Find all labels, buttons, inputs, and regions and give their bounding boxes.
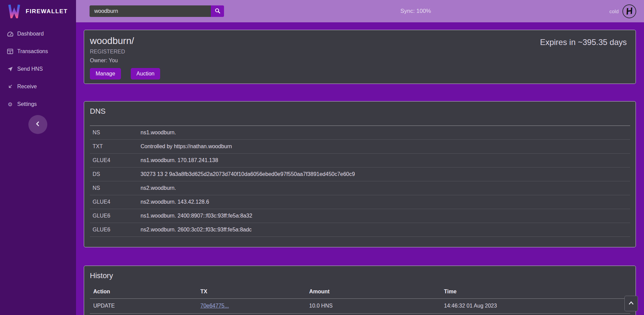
wallet-name: cold <box>609 8 619 14</box>
history-col-action: Action <box>90 285 197 298</box>
history-table: Action TX Amount Time UPDATE 70e64775...… <box>90 285 630 315</box>
transactions-table-icon <box>7 49 14 54</box>
history-amount: 10.0 HNS <box>306 313 441 315</box>
dns-record-value: ns2.woodburn. <box>141 181 630 195</box>
dns-card-title: DNS <box>90 107 630 116</box>
scroll-to-top-button[interactable] <box>624 296 638 311</box>
dashboard-gauge-icon <box>7 31 14 37</box>
dns-record-row: GLUE4 ns2.woodburn. 143.42.128.6 <box>90 195 630 209</box>
topbar: Sync: 100% cold H <box>76 0 644 22</box>
sidebar-item-send-hns[interactable]: Send HNS <box>0 60 76 78</box>
dns-table: NS ns1.woodburn. TXT Controlled by https… <box>90 126 630 237</box>
dns-record-row: GLUE6 ns2.woodburn. 2600:3c02::f03c:93ff… <box>90 223 630 237</box>
history-time: 15:47:36 07 Jul 2023 <box>441 313 630 315</box>
history-card-title: History <box>90 271 630 280</box>
sidebar-item-label: Send HNS <box>17 66 43 72</box>
dns-record-value: ns2.woodburn. 143.42.128.6 <box>141 195 630 209</box>
tx-link[interactable]: 70e64775... <box>200 303 229 309</box>
chevron-left-icon <box>34 120 41 129</box>
history-col-tx: TX <box>197 285 306 298</box>
search-button[interactable] <box>211 5 224 17</box>
domain-card: woodburn/ REGISTERED Owner: You Manage A… <box>84 30 636 84</box>
sidebar-item-settings[interactable]: ⚙ Settings <box>0 95 76 113</box>
dns-record-value: ns1.woodburn. 2400:8907::f03c:93ff:fe5a:… <box>141 209 630 223</box>
dns-card: DNS NS ns1.woodburn. TXT Controlled by h… <box>84 101 636 247</box>
domain-owner: Owner: You <box>90 58 627 64</box>
dns-record-row: NS ns1.woodburn. <box>90 126 630 140</box>
sidebar-item-label: Transactions <box>17 48 48 54</box>
history-time: 14:46:32 01 Aug 2023 <box>441 298 630 313</box>
dns-record-row: TXT Controlled by https://nathan.woodbur… <box>90 140 630 154</box>
dns-record-type: NS <box>90 181 141 195</box>
dns-record-type: GLUE6 <box>90 209 141 223</box>
history-col-time: Time <box>441 285 630 298</box>
chevron-up-icon <box>628 300 634 307</box>
sidebar-collapse-button[interactable] <box>28 115 47 134</box>
dns-record-type: NS <box>90 126 141 140</box>
dns-record-row: DS 30273 13 2 9a3a8fb3d625d2a2073d740f10… <box>90 167 630 181</box>
main-content: woodburn/ REGISTERED Owner: You Manage A… <box>76 22 644 315</box>
brand: FIREWALLET <box>0 0 76 21</box>
dns-record-value: Controlled by https://nathan.woodburn <box>141 140 630 154</box>
history-card: History Action TX Amount Time UPDATE 70e… <box>84 266 636 315</box>
send-plane-icon <box>7 66 14 72</box>
dns-record-type: TXT <box>90 140 141 154</box>
firewallet-w-logo-icon <box>7 3 21 20</box>
sidebar-item-label: Receive <box>17 84 37 90</box>
history-action: RENEW <box>90 313 197 315</box>
sidebar-item-receive[interactable]: Receive <box>0 78 76 95</box>
sidebar-item-dashboard[interactable]: Dashboard <box>0 25 76 43</box>
sidebar-item-label: Settings <box>17 101 37 107</box>
settings-gear-icon: ⚙ <box>7 101 14 108</box>
dns-record-value: ns1.woodburn. <box>141 126 630 140</box>
search-input[interactable] <box>90 5 211 17</box>
brand-name: FIREWALLET <box>26 8 68 15</box>
sidebar-nav: Dashboard Transactions Send HNS <box>0 25 76 113</box>
dns-record-type: GLUE6 <box>90 223 141 237</box>
history-row: UPDATE 70e64775... 10.0 HNS 14:46:32 01 … <box>90 298 630 313</box>
manage-button[interactable]: Manage <box>90 68 121 80</box>
history-col-amount: Amount <box>306 285 441 298</box>
sidebar-item-label: Dashboard <box>17 31 44 37</box>
dns-record-type: GLUE4 <box>90 154 141 167</box>
domain-expiry: Expires in ~395.35 days <box>540 38 627 47</box>
domain-status: REGISTERED <box>90 49 627 55</box>
auction-button[interactable]: Auction <box>131 68 160 80</box>
wallet-group[interactable]: cold H <box>609 4 644 18</box>
history-header-row: Action TX Amount Time <box>90 285 630 298</box>
history-amount: 10.0 HNS <box>306 298 441 313</box>
search-icon <box>215 8 221 15</box>
sidebar-item-transactions[interactable]: Transactions <box>0 43 76 60</box>
history-action: UPDATE <box>90 298 197 313</box>
dns-record-value: ns2.woodburn. 2600:3c02::f03c:93ff:fe5a:… <box>141 223 630 237</box>
dns-record-row: GLUE4 ns1.woodburn. 170.187.241.138 <box>90 154 630 167</box>
search-group <box>90 5 224 17</box>
receive-arrow-icon <box>7 84 14 89</box>
sync-status: Sync: 100% <box>400 0 431 22</box>
history-row: RENEW d73c6e4... 10.0 HNS 15:47:36 07 Ju… <box>90 313 630 315</box>
sidebar: FIREWALLET Dashboard Transactions <box>0 0 76 315</box>
dns-record-value: ns1.woodburn. 170.187.241.138 <box>141 154 630 167</box>
dns-record-value: 30273 13 2 9a3a8fb3d625d2a2073d740f10da6… <box>141 167 630 181</box>
handshake-logo-icon: H <box>621 3 637 19</box>
dns-record-type: DS <box>90 167 141 181</box>
dns-record-type: GLUE4 <box>90 195 141 209</box>
dns-record-row: GLUE6 ns1.woodburn. 2400:8907::f03c:93ff… <box>90 209 630 223</box>
dns-record-row: NS ns2.woodburn. <box>90 181 630 195</box>
